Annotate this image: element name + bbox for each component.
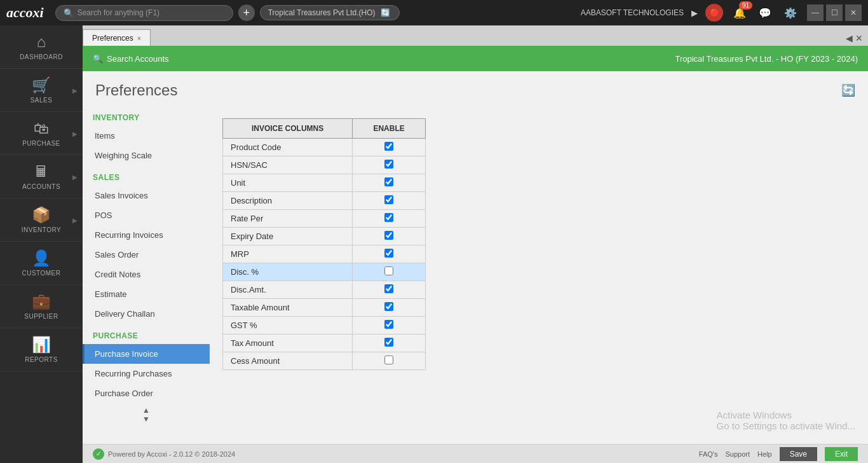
nav-item-items[interactable]: Items <box>83 126 210 146</box>
invoice-column-enable[interactable] <box>353 281 426 299</box>
purchase-arrow-icon: ▶ <box>72 130 78 137</box>
nav-item-recurring-purchases[interactable]: Recurring Purchases <box>83 364 210 384</box>
tab-close-button[interactable]: × <box>137 34 141 42</box>
sidebar-item-sales[interactable]: 🛒 SALES ▶ <box>0 69 83 112</box>
sidebar-label-sales: SALES <box>31 97 53 104</box>
sidebar-item-inventory[interactable]: 📦 INVENTORY ▶ <box>0 198 83 242</box>
enable-checkbox[interactable] <box>384 177 393 186</box>
sidebar-label-supplier: SUPPLIER <box>24 313 58 320</box>
purchase-icon: 🛍 <box>34 120 49 137</box>
nav-item-purchase-invoice[interactable]: Purchase Invoice <box>83 344 210 364</box>
add-button[interactable]: + <box>238 4 255 21</box>
scroll-down-button[interactable]: ▼ <box>142 415 150 424</box>
invoice-column-enable[interactable] <box>353 156 426 174</box>
nav-item-credit-notes[interactable]: Credit Notes <box>83 265 210 284</box>
dashboard-icon: ⌂ <box>37 33 46 51</box>
accounts-icon: 🖩 <box>34 163 49 181</box>
tab-preferences[interactable]: Preferences × <box>83 29 151 46</box>
tab-actions: ◀ ✕ <box>846 33 868 46</box>
invoice-column-enable[interactable] <box>353 335 426 352</box>
footer-support-link[interactable]: Support <box>725 450 750 458</box>
enable-checkbox[interactable] <box>384 302 393 311</box>
table-row: Cess Amount <box>223 352 426 370</box>
notification-wrapper[interactable]: 🔔 91 <box>731 4 749 22</box>
table-row: HSN/SAC <box>223 156 426 174</box>
table-row: Disc.Amt. <box>223 281 426 299</box>
enable-checkbox[interactable] <box>384 195 393 204</box>
nav-item-pos[interactable]: POS <box>83 205 210 225</box>
invoice-column-enable[interactable] <box>353 263 426 281</box>
tab-action-prev[interactable]: ◀ <box>846 33 853 43</box>
exit-button[interactable]: Exit <box>825 447 858 461</box>
maximize-button[interactable]: ☐ <box>826 4 843 21</box>
nav-item-sales-order[interactable]: Sales Order <box>83 245 210 265</box>
nav-section-purchase: PURCHASE <box>83 324 210 344</box>
nav-item-estimate[interactable]: Estimate <box>83 284 210 304</box>
enable-checkbox[interactable] <box>384 320 393 329</box>
footer-help-link[interactable]: Help <box>757 450 772 458</box>
sidebar-item-reports[interactable]: 📊 REPORTS <box>0 328 83 371</box>
aabasoft-label: AABASOFT TECHNOLOGIES <box>581 8 684 17</box>
tab-action-close[interactable]: ✕ <box>855 33 863 43</box>
scroll-arrows: ▲ ▼ <box>83 403 210 427</box>
invoice-column-name: Rate Per <box>223 210 353 228</box>
scroll-up-button[interactable]: ▲ <box>142 406 150 415</box>
nav-item-weighing-scale[interactable]: Weighing Scale <box>83 146 210 165</box>
footer-powered-by: Powered by Accoxi - 2.0.12 © 2018-2024 <box>108 450 235 458</box>
invoice-column-enable[interactable] <box>353 245 426 263</box>
footer-logo-icon: ✓ <box>93 448 104 460</box>
invoice-columns-table: INVOICE COLUMNS ENABLE Product CodeHSN/S… <box>222 118 426 370</box>
nav-item-purchase-order[interactable]: Purchase Order <box>83 384 210 403</box>
sidebar-item-accounts[interactable]: 🖩 ACCOUNTS ▶ <box>0 155 83 198</box>
enable-checkbox[interactable] <box>384 160 393 169</box>
reports-icon: 📊 <box>32 336 51 354</box>
company-selector[interactable]: Tropical Treasures Pvt Ltd.(HO) 🔄 <box>260 5 400 20</box>
nav-item-recurring-invoices[interactable]: Recurring Invoices <box>83 225 210 245</box>
refresh-icon[interactable]: 🔄 <box>381 8 390 17</box>
minimize-button[interactable]: — <box>807 4 824 21</box>
nav-section-inventory: INVENTORY <box>83 106 210 126</box>
invoice-column-enable[interactable] <box>353 210 426 228</box>
table-row: Rate Per <box>223 210 426 228</box>
enable-checkbox[interactable] <box>384 284 393 293</box>
enable-checkbox[interactable] <box>384 231 393 240</box>
search-input[interactable] <box>78 8 205 17</box>
enable-checkbox[interactable] <box>384 213 393 222</box>
enable-checkbox[interactable] <box>384 338 393 347</box>
messages-button[interactable]: 💬 <box>756 4 774 22</box>
search-accounts-button[interactable]: 🔍 Search Accounts <box>93 54 169 64</box>
settings-button[interactable]: ⚙️ <box>782 4 799 22</box>
invoice-column-enable[interactable] <box>353 299 426 317</box>
enable-checkbox[interactable] <box>384 356 393 364</box>
preferences-header: Preferences 🔄 <box>83 71 868 106</box>
sidebar-label-dashboard: DASHBOARD <box>20 53 63 60</box>
right-content: INVOICE COLUMNS ENABLE Product CodeHSN/S… <box>210 106 868 463</box>
enable-checkbox[interactable] <box>384 249 393 258</box>
nav-item-sales-invoices[interactable]: Sales Invoices <box>83 186 210 205</box>
invoice-column-enable[interactable] <box>353 139 426 156</box>
sidebar-item-customer[interactable]: 👤 CUSTOMER <box>0 242 83 285</box>
invoice-column-name: MRP <box>223 245 353 263</box>
invoice-column-enable[interactable] <box>353 228 426 245</box>
invoice-column-enable[interactable] <box>353 352 426 370</box>
save-button[interactable]: Save <box>780 447 817 461</box>
sidebar-item-dashboard[interactable]: ⌂ DASHBOARD <box>0 25 83 69</box>
supplier-icon: 💼 <box>32 293 51 310</box>
enable-checkbox[interactable] <box>384 266 393 275</box>
nav-section-sales: SALES <box>83 165 210 186</box>
search-bar[interactable]: 🔍 <box>55 5 233 21</box>
close-button[interactable]: ✕ <box>845 4 862 21</box>
invoice-column-enable[interactable] <box>353 174 426 192</box>
nav-item-delivery-challan[interactable]: Delivery Challan <box>83 304 210 324</box>
sidebar-item-supplier[interactable]: 💼 SUPPLIER <box>0 285 83 328</box>
preferences-refresh-button[interactable]: 🔄 <box>841 83 855 97</box>
sidebar-item-purchase[interactable]: 🛍 PURCHASE ▶ <box>0 112 83 155</box>
footer-faqs-link[interactable]: FAQ's <box>699 450 718 458</box>
enable-checkbox[interactable] <box>384 142 393 151</box>
invoice-column-enable[interactable] <box>353 317 426 335</box>
col-invoice-columns-header: INVOICE COLUMNS <box>223 119 353 139</box>
sidebar-label-accounts: ACCOUNTS <box>22 183 60 190</box>
invoice-column-name: Product Code <box>223 139 353 156</box>
company-title: Tropical Treasures Pvt Ltd. - HO (FY 202… <box>675 54 858 64</box>
invoice-column-enable[interactable] <box>353 192 426 210</box>
